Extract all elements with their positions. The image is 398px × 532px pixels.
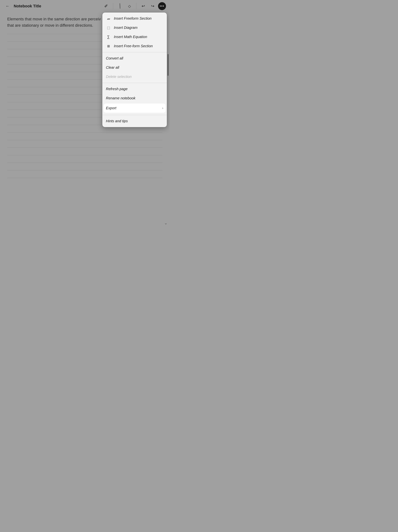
insert-math-label: Insert Math Equation bbox=[114, 35, 147, 39]
eraser-button[interactable]: ◇ bbox=[125, 2, 133, 10]
undo-button[interactable]: ↩ bbox=[139, 2, 147, 10]
more-icon: ••• bbox=[160, 4, 164, 8]
menu-section-page-actions: Refresh page Rename notebook Export › bbox=[102, 83, 167, 115]
pen-button[interactable]: ╱ bbox=[116, 2, 124, 10]
menu-item-insert-freeform-section[interactable]: ⊞ Insert Free-form Section bbox=[102, 41, 167, 51]
rename-notebook-label: Rename notebook bbox=[106, 96, 135, 100]
header: ← Notebook Title ✐ ╱ ◇ ↩ ↪ ••• bbox=[0, 0, 170, 12]
menu-item-refresh-page[interactable]: Refresh page bbox=[102, 84, 167, 94]
menu-section-insert: 𝓂 Insert Freeform Section ⬚ Insert Diagr… bbox=[102, 13, 167, 52]
page-title: Notebook Title bbox=[14, 4, 41, 8]
freeform-icon: 𝓂 bbox=[106, 16, 111, 20]
tool-button[interactable]: ✐ bbox=[102, 2, 110, 10]
header-divider bbox=[113, 3, 113, 9]
chevron-down-icon: ⌄ bbox=[164, 221, 167, 225]
line bbox=[7, 170, 162, 171]
hints-tips-label: Hints and tips bbox=[106, 119, 128, 123]
freeform-section-icon: ⊞ bbox=[106, 44, 111, 48]
menu-item-export[interactable]: Export › bbox=[104, 103, 166, 113]
math-icon: ∑ bbox=[106, 35, 111, 39]
menu-item-insert-math[interactable]: ∑ Insert Math Equation bbox=[102, 32, 167, 41]
export-chevron-icon: › bbox=[162, 106, 163, 110]
line bbox=[7, 178, 162, 178]
menu-item-delete-selection[interactable]: Delete selection bbox=[102, 72, 167, 81]
eraser-icon: ◇ bbox=[128, 4, 131, 8]
refresh-page-label: Refresh page bbox=[106, 87, 128, 91]
line bbox=[7, 132, 162, 133]
insert-freeform-label: Insert Freeform Section bbox=[114, 16, 152, 20]
header-tools: ✐ ╱ ◇ ↩ ↪ ••• bbox=[102, 2, 166, 10]
back-button[interactable]: ← bbox=[4, 2, 12, 10]
line bbox=[7, 155, 162, 155]
header-left: ← Notebook Title bbox=[4, 2, 41, 10]
back-arrow-icon: ← bbox=[6, 4, 10, 8]
insert-diagram-label: Insert Diagram bbox=[114, 25, 137, 30]
scroll-bar[interactable] bbox=[168, 54, 168, 76]
menu-item-insert-diagram[interactable]: ⬚ Insert Diagram bbox=[102, 23, 167, 32]
line bbox=[7, 140, 162, 140]
insert-freeform-section-label: Insert Free-form Section bbox=[114, 44, 153, 48]
redo-button[interactable]: ↪ bbox=[149, 2, 157, 10]
header-divider-2 bbox=[136, 3, 136, 9]
delete-selection-label: Delete selection bbox=[106, 75, 132, 79]
menu-item-clear-all[interactable]: Clear all bbox=[102, 63, 167, 72]
line bbox=[7, 147, 162, 148]
menu-item-insert-freeform[interactable]: 𝓂 Insert Freeform Section bbox=[102, 14, 167, 23]
menu-item-rename-notebook[interactable]: Rename notebook bbox=[102, 94, 167, 103]
menu-item-hints-tips[interactable]: Hints and tips bbox=[102, 116, 167, 126]
menu-section-help: Hints and tips bbox=[102, 115, 167, 127]
export-label: Export bbox=[106, 106, 116, 110]
diagram-icon: ⬚ bbox=[106, 26, 111, 30]
menu-item-convert-all[interactable]: Convert all bbox=[102, 54, 167, 63]
clear-all-label: Clear all bbox=[106, 65, 119, 70]
menu-section-actions: Convert all Clear all Delete selection bbox=[102, 52, 167, 83]
dropdown-menu: 𝓂 Insert Freeform Section ⬚ Insert Diagr… bbox=[102, 12, 167, 127]
undo-icon: ↩ bbox=[142, 4, 145, 8]
redo-icon: ↪ bbox=[151, 4, 154, 8]
tool-icon: ✐ bbox=[104, 4, 108, 9]
pen-icon: ╱ bbox=[118, 3, 122, 9]
line bbox=[7, 163, 162, 163]
convert-all-label: Convert all bbox=[106, 56, 123, 60]
more-button[interactable]: ••• bbox=[158, 2, 166, 10]
